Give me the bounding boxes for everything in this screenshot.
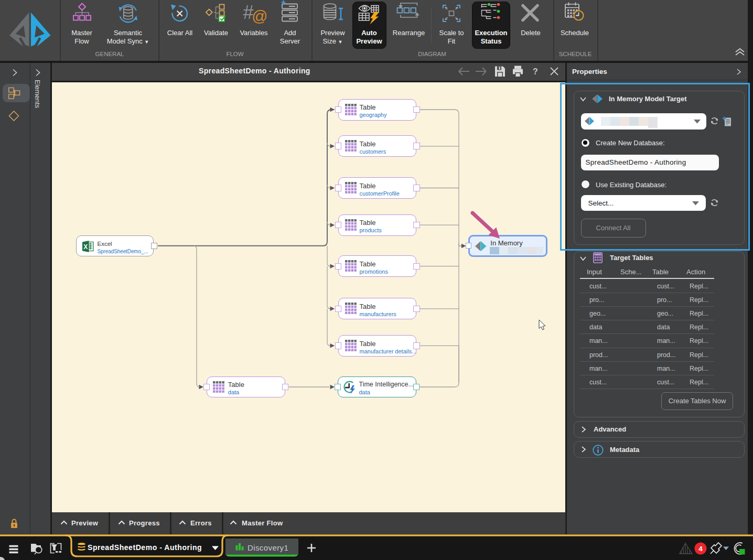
svg-text:?: ? [533,67,538,76]
svg-text:X: X [83,243,88,251]
